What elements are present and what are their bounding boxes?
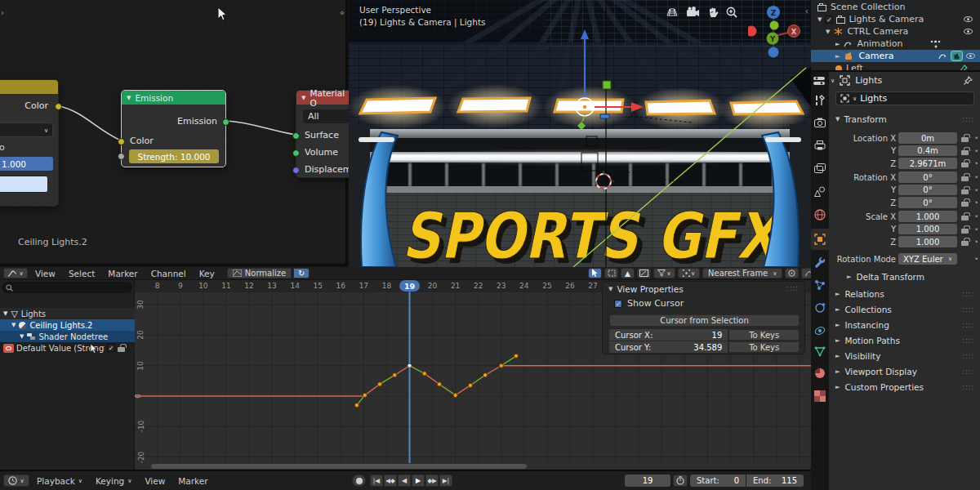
keyframe-point[interactable] — [377, 382, 381, 386]
animate-dot[interactable]: • — [974, 159, 978, 167]
keyframe-point[interactable] — [354, 403, 359, 408]
outliner-row-camera[interactable]: ► Camera — [811, 50, 980, 62]
expand-caret-icon[interactable]: ▼ — [11, 322, 16, 328]
jump-to-end-button[interactable]: ▶| — [439, 474, 452, 487]
animate-dot[interactable]: • — [974, 212, 978, 220]
shader-node-editor[interactable]: Color ∨ o 1.000 ▼ Emission Emission Colo… — [0, 0, 347, 265]
keyframe-point[interactable] — [363, 393, 367, 397]
camera-data-icon[interactable] — [951, 51, 963, 61]
current-frame-field[interactable]: 19 — [625, 474, 670, 487]
animate-dot[interactable]: • — [974, 173, 978, 181]
filter-dropdown[interactable]: ∨ — [653, 268, 675, 278]
region-resize-icon[interactable]: ‹› — [340, 8, 343, 17]
zoom-icon[interactable] — [726, 7, 737, 18]
emission-color-socket[interactable] — [118, 138, 125, 145]
node-emission[interactable]: ▼ Emission Emission Color Strength: 10.0… — [121, 90, 226, 167]
menu-keying[interactable]: Keying∨ — [90, 476, 137, 486]
viewport-3d[interactable]: SPORTS GFX SPORTS GFX — [349, 0, 811, 267]
keyframe-point[interactable] — [453, 393, 457, 397]
menu-key[interactable]: Key — [194, 269, 220, 278]
emission-output-socket[interactable] — [222, 118, 229, 126]
keyframe-point[interactable] — [499, 363, 503, 368]
current-frame-badge[interactable]: 19 — [399, 280, 420, 292]
lock-icon[interactable] — [961, 216, 969, 220]
tab-scene-icon[interactable] — [814, 186, 826, 197]
channel-row-lights[interactable]: ▼ ▽ Lights — [0, 308, 135, 319]
tab-object-active[interactable] — [811, 229, 829, 250]
node-material-output[interactable]: ▼ Material O All Surface Volume Displace… — [296, 90, 357, 178]
channel-search-input[interactable] — [2, 282, 132, 293]
channel-row-material[interactable]: ▼ Ceiling Lights.2 — [0, 319, 135, 331]
outliner[interactable]: Scene Collection ▼ ✓ Lights & Camera ▼ C… — [811, 0, 980, 70]
keyframe-point[interactable] — [483, 373, 488, 377]
orthographic-toggle-icon[interactable] — [666, 7, 679, 18]
ghost-curves-button[interactable] — [637, 268, 651, 278]
play-button[interactable]: ▶ — [412, 474, 425, 487]
lock-icon[interactable] — [961, 150, 969, 155]
expand-caret-icon[interactable]: ▼ — [826, 29, 830, 35]
panel-viewport-display[interactable]: ►Viewport Display:::: — [835, 367, 974, 376]
scale-x-field[interactable]: 1.000 — [898, 211, 957, 222]
pan-hand-icon[interactable] — [707, 7, 719, 18]
animate-dot[interactable]: • — [974, 238, 978, 246]
lock-icon[interactable] — [961, 202, 969, 207]
properties-tab-bar[interactable] — [811, 70, 829, 490]
graph-editor[interactable]: ∨ View Select Marker Channel Key Normali… — [0, 267, 827, 470]
collapse-caret-icon[interactable]: ▼ — [127, 95, 131, 101]
lock-icon[interactable] — [961, 189, 969, 194]
expand-caret-icon[interactable]: ▼ — [3, 310, 7, 317]
hide-eye-icon[interactable] — [966, 53, 975, 59]
show-errors-toggle[interactable]: ▲ — [621, 268, 635, 278]
menu-view[interactable]: View — [29, 269, 61, 278]
cursor-x-field[interactable]: Cursor X:19 — [609, 329, 728, 341]
region-expand-icon[interactable]: › — [1, 8, 4, 17]
menu-channel[interactable]: Channel — [145, 269, 192, 278]
tab-object-data-icon[interactable] — [814, 346, 826, 357]
rotation-z-field[interactable]: 0° — [898, 197, 957, 208]
panel-collections[interactable]: ►Collections:::: — [835, 305, 974, 314]
emission-strength-slider[interactable]: Strength: 10.000 — [129, 149, 219, 163]
lock-icon[interactable] — [961, 229, 969, 234]
keyframe-point[interactable] — [468, 383, 472, 387]
lock-icon[interactable] — [961, 176, 969, 181]
editor-type-graph-button[interactable]: ∨ — [3, 268, 28, 278]
frame-start-field[interactable]: Start:0 — [690, 474, 746, 487]
region-collapse-icon[interactable]: ‹ — [805, 7, 808, 16]
tab-particles-icon[interactable] — [814, 325, 826, 336]
snap-mode-dropdown[interactable]: Nearest Frame∨ — [702, 268, 782, 278]
tweak-tool-button[interactable] — [588, 268, 602, 278]
object-name-field[interactable]: ∨ Lights — [835, 91, 974, 105]
tab-texture-icon[interactable] — [814, 390, 826, 402]
menu-marker[interactable]: Marker — [172, 476, 213, 486]
animate-dot[interactable]: • — [974, 134, 978, 142]
rotation-x-field[interactable]: 0° — [898, 172, 957, 183]
menu-view[interactable]: View — [139, 476, 171, 486]
timeline[interactable]: ∨ Playback∨ Keying∨ View Marker |◀ ◀◆ ◀ … — [0, 470, 827, 490]
jump-to-start-button[interactable]: |◀ — [370, 474, 383, 487]
displacement-socket[interactable] — [292, 167, 300, 174]
expand-caret-icon[interactable]: ▼ — [20, 333, 24, 340]
tab-view-layer-icon[interactable] — [814, 163, 826, 173]
color-output-socket[interactable] — [55, 103, 62, 110]
lock-icon[interactable] — [961, 163, 969, 167]
box-select-button[interactable] — [604, 268, 618, 278]
color-swatch[interactable] — [0, 176, 48, 193]
navigation-gizmo[interactable]: Z X Y — [748, 2, 807, 61]
tab-output-icon[interactable] — [814, 140, 826, 150]
panel-grip[interactable]: :::: — [962, 116, 974, 123]
pivot-point-dropdown[interactable] — [785, 268, 799, 278]
panel-grip[interactable]: :::: — [786, 285, 799, 292]
animate-dot[interactable]: • — [974, 186, 978, 194]
normalize-toggle[interactable]: Normalize — [227, 268, 292, 278]
tab-render-icon[interactable] — [814, 118, 826, 127]
emission-strength-socket[interactable] — [118, 153, 125, 160]
node-color-source[interactable]: Color ∨ o 1.000 — [0, 79, 59, 207]
location-x-field[interactable]: 0m — [898, 132, 957, 144]
tab-constraints-icon[interactable] — [814, 279, 826, 291]
outliner-row-left[interactable]: Left — [835, 63, 978, 70]
panel-instancing[interactable]: ►Instancing:::: — [835, 320, 974, 330]
next-keyframe-button[interactable]: ◆▶ — [425, 474, 439, 487]
editor-type-chevron[interactable]: ∨ — [831, 78, 835, 84]
show-cursor-checkbox[interactable]: ✓ — [614, 300, 622, 308]
panel-visibility[interactable]: ►Visibility:::: — [835, 351, 974, 361]
